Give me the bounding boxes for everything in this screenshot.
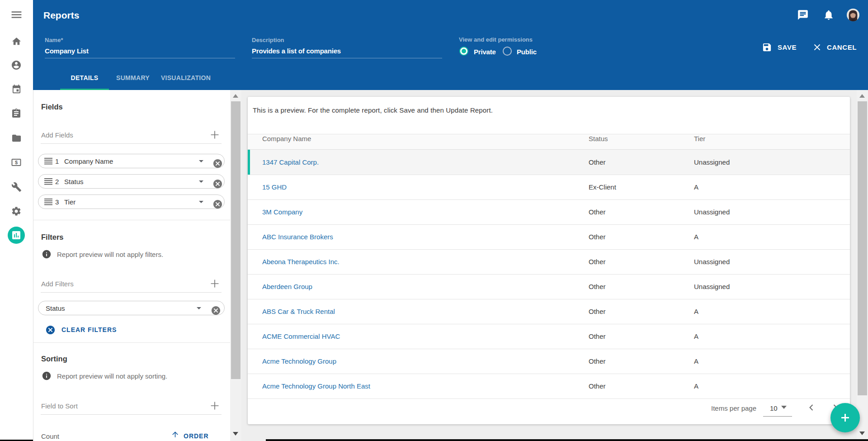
svg-text:$: $ xyxy=(15,160,18,165)
